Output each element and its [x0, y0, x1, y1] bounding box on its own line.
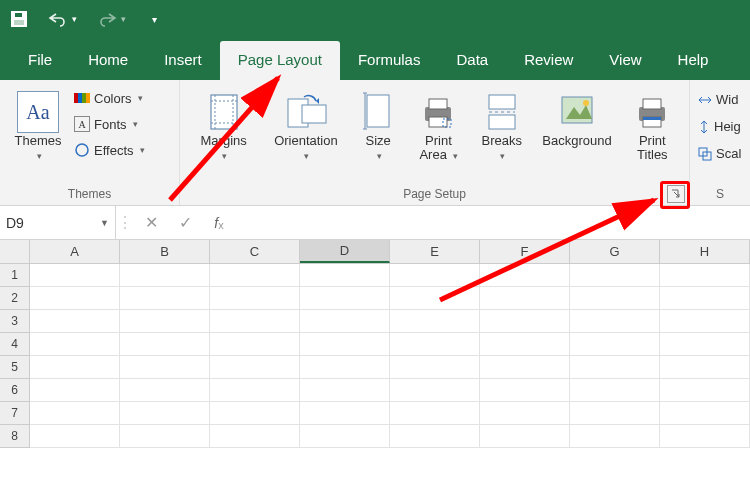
cell[interactable] [480, 379, 570, 402]
cell[interactable] [390, 402, 480, 425]
enter-formula-button[interactable]: ✓ [168, 206, 202, 239]
cell[interactable] [210, 356, 300, 379]
cell[interactable] [210, 402, 300, 425]
cell[interactable] [120, 333, 210, 356]
cell[interactable] [210, 310, 300, 333]
redo-dropdown-icon[interactable]: ▾ [121, 14, 126, 24]
cell[interactable] [570, 402, 660, 425]
col-header-a[interactable]: A [30, 240, 120, 263]
scale-control[interactable]: Scal [698, 144, 741, 163]
cell[interactable] [300, 264, 390, 287]
print-area-button[interactable]: Print Area ▾ [412, 86, 464, 163]
cell[interactable] [120, 310, 210, 333]
cell[interactable] [30, 425, 120, 448]
tab-formulas[interactable]: Formulas [340, 41, 439, 80]
fonts-button[interactable]: A Fonts▾ [74, 114, 145, 134]
row-header[interactable]: 8 [0, 425, 30, 448]
cell[interactable] [480, 333, 570, 356]
cell[interactable] [300, 356, 390, 379]
cell[interactable] [660, 402, 750, 425]
row-header[interactable]: 5 [0, 356, 30, 379]
cell[interactable] [480, 310, 570, 333]
cell[interactable] [390, 425, 480, 448]
tab-home[interactable]: Home [70, 41, 146, 80]
cancel-formula-button[interactable]: ✕ [134, 206, 168, 239]
cell[interactable] [480, 287, 570, 310]
cell[interactable] [30, 264, 120, 287]
cell[interactable] [210, 264, 300, 287]
col-header-h[interactable]: H [660, 240, 750, 263]
cell[interactable] [570, 264, 660, 287]
row-header[interactable]: 2 [0, 287, 30, 310]
cell[interactable] [210, 333, 300, 356]
redo-button[interactable]: ▾ [95, 10, 126, 28]
cell[interactable] [660, 333, 750, 356]
cell[interactable] [300, 310, 390, 333]
tab-data[interactable]: Data [438, 41, 506, 80]
cell[interactable] [120, 356, 210, 379]
cell[interactable] [30, 402, 120, 425]
tab-review[interactable]: Review [506, 41, 591, 80]
background-button[interactable]: Background [539, 86, 615, 148]
tab-insert[interactable]: Insert [146, 41, 220, 80]
undo-dropdown-icon[interactable]: ▾ [72, 14, 77, 24]
cell[interactable] [390, 379, 480, 402]
margins-button[interactable]: Margins▾ [191, 86, 257, 163]
cell[interactable] [660, 264, 750, 287]
row-header[interactable]: 1 [0, 264, 30, 287]
col-header-b[interactable]: B [120, 240, 210, 263]
row-header[interactable]: 3 [0, 310, 30, 333]
cell[interactable] [300, 333, 390, 356]
cell[interactable] [660, 425, 750, 448]
tab-help[interactable]: Help [660, 41, 727, 80]
tab-view[interactable]: View [591, 41, 659, 80]
cell[interactable] [570, 379, 660, 402]
row-header[interactable]: 7 [0, 402, 30, 425]
breaks-button[interactable]: Breaks▾ [476, 86, 528, 163]
formula-input[interactable] [236, 206, 750, 239]
cell[interactable] [300, 425, 390, 448]
tab-page-layout[interactable]: Page Layout [220, 41, 340, 80]
cell[interactable] [210, 425, 300, 448]
cell[interactable] [300, 402, 390, 425]
cell[interactable] [210, 287, 300, 310]
cell[interactable] [300, 287, 390, 310]
cell[interactable] [30, 333, 120, 356]
name-box[interactable]: D9 ▼ [0, 206, 116, 239]
print-titles-button[interactable]: Print Titles [626, 86, 678, 163]
cell[interactable] [390, 287, 480, 310]
cell[interactable] [30, 356, 120, 379]
cell[interactable] [120, 264, 210, 287]
col-header-f[interactable]: F [480, 240, 570, 263]
cell[interactable] [210, 379, 300, 402]
themes-button[interactable]: Aa Themes▾ [8, 86, 68, 163]
cell[interactable] [570, 425, 660, 448]
colors-button[interactable]: Colors▾ [74, 88, 145, 108]
col-header-d[interactable]: D [300, 240, 390, 263]
cell[interactable] [480, 356, 570, 379]
tab-file[interactable]: File [10, 41, 70, 80]
cell[interactable] [30, 310, 120, 333]
cell[interactable] [120, 287, 210, 310]
size-button[interactable]: Size▾ [355, 86, 401, 163]
insert-function-button[interactable]: fx [202, 206, 236, 239]
cell[interactable] [660, 356, 750, 379]
select-all-corner[interactable] [0, 240, 30, 263]
orientation-button[interactable]: Orientation▾ [268, 86, 344, 163]
col-header-c[interactable]: C [210, 240, 300, 263]
cell[interactable] [120, 425, 210, 448]
cell[interactable] [660, 287, 750, 310]
width-control[interactable]: Wid [698, 90, 738, 109]
row-header[interactable]: 4 [0, 333, 30, 356]
cell[interactable] [390, 264, 480, 287]
save-button[interactable] [10, 10, 28, 28]
cell[interactable] [30, 287, 120, 310]
cell[interactable] [570, 287, 660, 310]
cell[interactable] [30, 379, 120, 402]
cell[interactable] [120, 379, 210, 402]
cell[interactable] [390, 310, 480, 333]
height-control[interactable]: Heig [698, 117, 741, 136]
col-header-g[interactable]: G [570, 240, 660, 263]
cell[interactable] [480, 264, 570, 287]
cell[interactable] [570, 333, 660, 356]
